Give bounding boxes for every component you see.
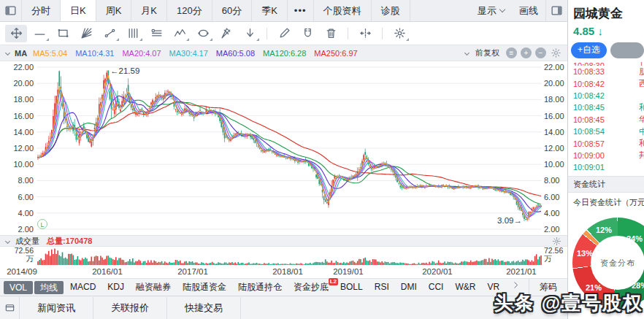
adjust-mode-label[interactable]: 前复权 [475, 47, 499, 58]
chevron-down-icon[interactable] [5, 238, 10, 243]
gear-icon[interactable] [551, 47, 561, 58]
toolbar-separator [267, 28, 267, 39]
tab-季K[interactable]: 季K [252, 0, 288, 21]
x-axis: 2014/092016/012017/012018/012019/012020/… [0, 266, 567, 279]
indicator-tab-陆股通持仓[interactable]: 陆股通持仓 [232, 279, 288, 296]
toolbar-separator [382, 28, 383, 39]
y-tick-left: 6.00 [0, 193, 34, 201]
tab-个股资料[interactable]: 个股资料 [314, 0, 372, 21]
ma-legend-MA10: MA10:4.31 [75, 49, 114, 58]
fib-time-zones-icon[interactable] [122, 25, 144, 42]
h-expand-icon[interactable] [354, 25, 376, 42]
bottom-tab-新闻资讯[interactable]: 新闻资讯 [19, 297, 93, 319]
trend-line-icon[interactable] [28, 25, 50, 42]
gear-icon[interactable] [388, 25, 410, 42]
volume-pane[interactable]: 72.56万72.56万 [0, 247, 567, 266]
indicator-tab-KDJ[interactable]: KDJ [101, 279, 130, 296]
y-tick-right: 14.00 [544, 128, 564, 137]
y-tick-right: 22.00 [544, 63, 564, 72]
gann-lines-icon[interactable] [145, 25, 167, 42]
y-tick-left: 10.00 [0, 160, 34, 169]
ticker-row[interactable]: 10:08:45和 [568, 101, 644, 113]
indicator-tab-RSI[interactable]: RSI [369, 279, 395, 296]
bottom-tab-关联报价[interactable]: 关联报价 [93, 297, 167, 319]
ticker-row[interactable]: 10:09:00邦 [568, 150, 644, 161]
ma-label: MA [15, 49, 27, 58]
compress-circle-icon[interactable]: ≡ [506, 47, 517, 58]
magnet-icon[interactable] [296, 25, 318, 42]
donut-label-13: 13% [577, 249, 593, 258]
secondary-button[interactable] [610, 42, 644, 58]
ma-legend-MA20: MA20:4.07 [122, 49, 161, 58]
tab-月K[interactable]: 月K [131, 0, 167, 21]
indicator-tab-陆股通资金[interactable]: 陆股通资金 [177, 279, 232, 296]
y-tick-right: 16.00 [544, 112, 564, 120]
indicator-tab-融资融券[interactable]: 融资融券 [130, 279, 177, 296]
ticker-time: 10:08:54 [573, 127, 605, 136]
ticker-row[interactable]: 10:08:54中 [568, 126, 644, 137]
tab-诊股[interactable]: 诊股 [372, 0, 410, 21]
draw-line-button[interactable]: 画线 [512, 0, 545, 21]
ellipse-icon[interactable] [192, 25, 214, 42]
indicator-tab-MACD[interactable]: MACD [64, 279, 101, 296]
rectangle-icon[interactable] [52, 25, 74, 42]
y-tick-right: 20.00 [544, 79, 564, 88]
price-value: 4.85 [573, 25, 594, 37]
indicator-tab-VOL[interactable]: VOL [4, 281, 33, 294]
y-tick-right: 6.00 [544, 193, 559, 201]
measure-icon[interactable] [99, 25, 120, 42]
gann-fan-icon[interactable] [75, 25, 97, 42]
move-icon[interactable] [5, 25, 27, 42]
x-tick-2020/01: 2020/01 [422, 267, 453, 276]
candlestick-chart[interactable]: ←21.593.09→L22.0022.0020.0020.0018.0018.… [0, 61, 567, 235]
y-tick-right: 12.00 [544, 144, 564, 153]
tab-周K[interactable]: 周K [96, 0, 132, 21]
tab-•••[interactable]: ••• [288, 0, 314, 21]
ticker-row[interactable]: 10:08:57和 [568, 137, 644, 149]
tab-分时[interactable]: 分时 [22, 0, 61, 21]
ticker-row[interactable]: 10:08:45华 [568, 114, 644, 126]
add-watchlist-button[interactable]: +自选 [571, 42, 607, 58]
ma-values: MA5:5.04MA10:4.31MA20:4.07MA30:4.17MA60:… [33, 49, 366, 58]
panel-toggle-right-icon[interactable] [545, 0, 567, 21]
arrow-down-icon[interactable] [239, 25, 261, 42]
y-tick-right: 4.00 [544, 209, 559, 218]
indicator-tab-BOLL[interactable]: BOLL [334, 279, 369, 296]
gear-icon[interactable] [552, 237, 561, 246]
indicator-tab-CCI[interactable]: CCI [423, 279, 450, 296]
stock-app-window: 分时日K周K月K120分60分季K•••个股资料诊股 显示 画线 MA MA5:… [0, 0, 644, 319]
chevron-down-icon [464, 50, 469, 55]
pencil-icon[interactable] [273, 25, 295, 42]
dropdown-caret [256, 38, 259, 41]
display-menu[interactable]: 显示 [470, 0, 512, 21]
trash-icon[interactable] [320, 25, 342, 42]
bottom-tab-快捷交易[interactable]: 快捷交易 [167, 297, 241, 319]
tab-日K[interactable]: 日K [61, 0, 96, 21]
zoom-out-circle-icon[interactable]: − [535, 47, 546, 58]
fund-section-header: 资金统计 [568, 176, 644, 193]
pitchfork-icon[interactable] [215, 25, 237, 42]
indicator-tab-均线[interactable]: 均线 [34, 281, 64, 294]
ticker-row[interactable]: 10:09:01 [568, 161, 644, 173]
ticker-row[interactable]: 10:08:42 [568, 90, 644, 101]
ticker-row[interactable]: 10:08:42西 [568, 77, 644, 89]
x-tick-2016/01: 2016/01 [92, 267, 123, 276]
ma-legend-MA120: MA120:6.28 [263, 49, 306, 58]
indicator-tab-W&R[interactable]: W&R [449, 279, 481, 296]
period-tab-bar: 分时日K周K月K120分60分季K•••个股资料诊股 显示 画线 [0, 0, 567, 22]
chevron-down-icon[interactable] [5, 50, 10, 55]
ticker-row[interactable]: 10:08:30丿 [568, 60, 644, 66]
indicator-tab-DMI[interactable]: DMI [395, 279, 423, 296]
tab-120分[interactable]: 120分 [167, 0, 212, 21]
ma-legend-MA30: MA30:4.17 [169, 49, 208, 58]
zoom-in-circle-icon[interactable]: + [521, 47, 532, 58]
ticker-row[interactable]: 10:08:33朋 [568, 66, 644, 77]
panel-toggle-left-icon[interactable] [0, 0, 22, 21]
window-icon[interactable] [0, 302, 19, 313]
donut-hole: 资金分布 [591, 236, 644, 290]
y-tick-left: 20.00 [0, 79, 34, 88]
ticker-time: 10:08:33 [573, 67, 605, 76]
tab-60分[interactable]: 60分 [212, 0, 252, 21]
indicator-tab-资金抄底[interactable]: 资金抄底L2 [288, 279, 334, 296]
wave-icon[interactable] [169, 25, 191, 42]
